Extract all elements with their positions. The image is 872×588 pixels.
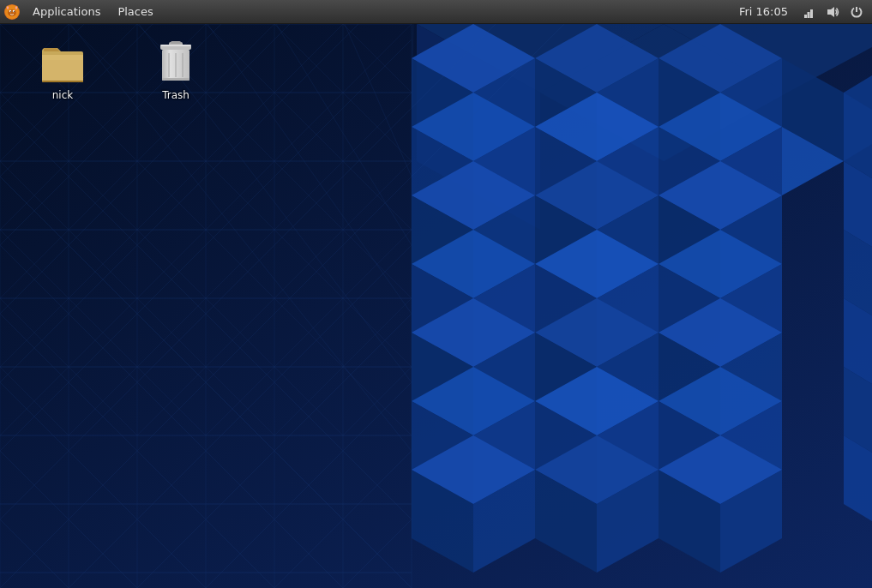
svg-rect-187	[160, 45, 191, 46]
nick-folder-icon[interactable]: nick	[24, 36, 101, 106]
network-icon[interactable]	[798, 2, 819, 22]
svg-marker-14	[827, 7, 834, 17]
taskbar-left: Applications Places	[0, 0, 162, 24]
taskbar: Applications Places Fri 16:05	[0, 0, 872, 24]
trash-image	[153, 41, 198, 86]
desktop-icons: nick	[0, 24, 872, 588]
volume-icon[interactable]	[822, 2, 843, 22]
trash-icon[interactable]: Trash	[137, 36, 214, 106]
svg-point-9	[7, 6, 9, 9]
svg-point-10	[15, 6, 17, 9]
taskbar-right: Fri 16:05	[732, 2, 872, 22]
svg-rect-13	[810, 9, 813, 18]
svg-point-6	[14, 10, 15, 11]
desktop[interactable]: nick	[0, 24, 872, 588]
svg-point-5	[10, 10, 11, 11]
svg-point-2	[8, 9, 16, 16]
taskbar-logo[interactable]	[0, 0, 24, 24]
nick-folder-label: nick	[52, 89, 74, 101]
clock: Fri 16:05	[732, 5, 795, 18]
applications-menu[interactable]: Applications	[24, 0, 109, 24]
svg-rect-11	[804, 15, 807, 18]
logo-icon	[3, 3, 21, 21]
nick-folder-image	[40, 41, 85, 86]
svg-rect-12	[808, 12, 810, 18]
trash-label: Trash	[162, 89, 189, 101]
power-icon[interactable]	[846, 2, 867, 22]
places-menu[interactable]: Places	[109, 0, 161, 24]
svg-rect-186	[162, 78, 189, 81]
svg-rect-180	[171, 41, 181, 44]
